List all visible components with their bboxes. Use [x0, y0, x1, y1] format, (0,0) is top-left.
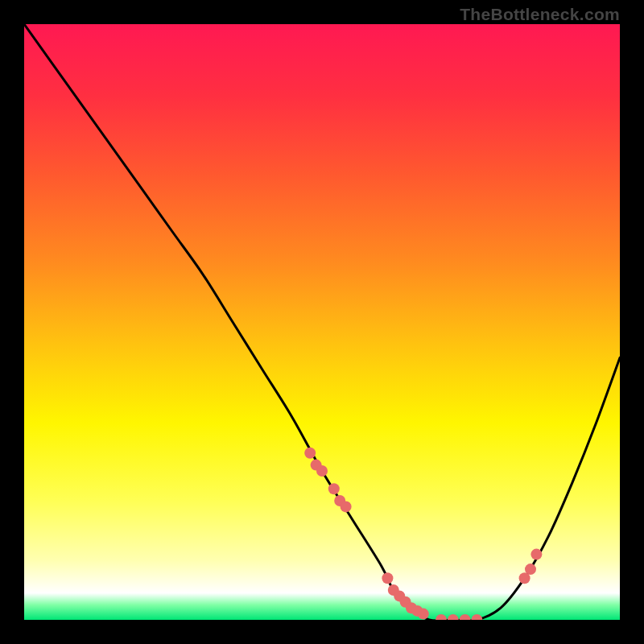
data-marker: [525, 564, 536, 575]
data-marker: [341, 501, 352, 512]
data-marker: [316, 465, 328, 477]
data-markers: [304, 448, 542, 620]
plot-area: [24, 24, 620, 620]
data-marker: [530, 549, 542, 560]
data-marker: [471, 614, 482, 620]
curve-layer: [24, 24, 620, 620]
watermark-text: TheBottleneck.com: [460, 5, 620, 24]
data-marker: [382, 572, 393, 584]
data-marker: [436, 614, 447, 620]
data-marker: [448, 614, 459, 620]
data-marker: [304, 448, 316, 459]
data-marker: [418, 609, 429, 620]
data-marker: [460, 614, 471, 620]
bottleneck-curve: [24, 24, 620, 620]
data-marker: [328, 483, 340, 494]
chart-root: TheBottleneck.com: [0, 0, 644, 644]
